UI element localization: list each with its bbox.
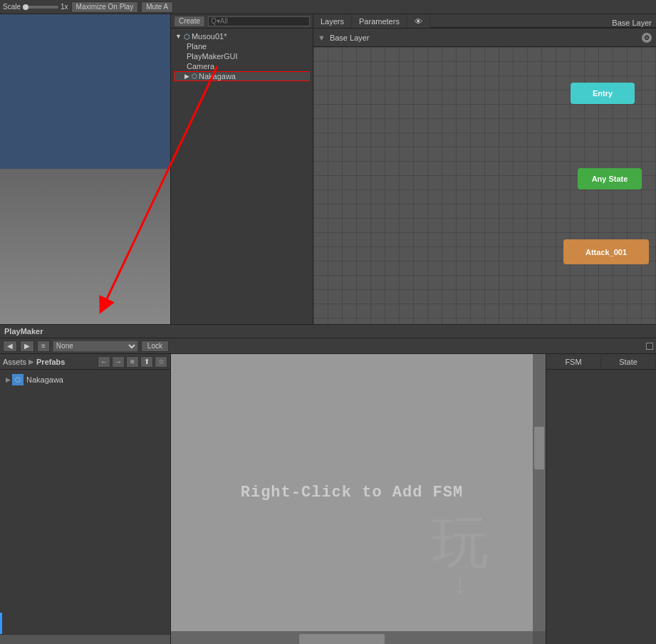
musou-label: Musou01* bbox=[192, 32, 227, 41]
playmaker-header: PlayMaker bbox=[0, 324, 656, 338]
pm-prev-button[interactable]: ◀ bbox=[3, 341, 17, 352]
asset-item-nakagawa[interactable]: ▶ ⬡ Nakagawa bbox=[3, 373, 167, 387]
scale-value: 1x bbox=[61, 3, 68, 11]
pm-add-fsm-message: Right-Click to Add FSM bbox=[241, 484, 463, 502]
animator-body: ▼ Base Layer ⚙ Entry Any State Attack_00… bbox=[313, 28, 656, 324]
animator-header: ▼ Base Layer ⚙ bbox=[313, 28, 656, 47]
breadcrumb: Assets ▶ Prefabs bbox=[3, 358, 96, 366]
assets-star-btn[interactable]: ☆ bbox=[155, 356, 167, 368]
state-node-anystate[interactable]: Any State bbox=[578, 168, 642, 189]
camera-label: Camera bbox=[187, 62, 214, 71]
assets-forward-btn[interactable]: → bbox=[112, 356, 125, 368]
state-node-attack[interactable]: Attack_001 bbox=[563, 239, 649, 264]
right-panel-tab-bar: FSM State bbox=[546, 354, 656, 370]
assets-panel: Assets ▶ Prefabs ← → ≡ ⬆ ☆ ▶ ⬡ Nakagawa bbox=[0, 354, 171, 644]
hierarchy-search[interactable] bbox=[208, 16, 310, 26]
playmaker-title: PlayMaker bbox=[4, 327, 43, 336]
pm-main-area[interactable]: Right-Click to Add FSM 玩 ↓ bbox=[171, 354, 546, 644]
assets-scrollbar[interactable] bbox=[0, 634, 170, 644]
pm-watermark: 玩 ↓ bbox=[432, 505, 489, 601]
pm-scrollbar-vertical[interactable] bbox=[533, 354, 546, 631]
breadcrumb-separator: ▶ bbox=[28, 358, 34, 365]
nakagawa-icon: ⬡ bbox=[192, 73, 197, 80]
pm-scrollbar-horizontal[interactable] bbox=[171, 631, 533, 644]
pm-scrollbar-thumb-v[interactable] bbox=[534, 427, 544, 469]
hierarchy-toolbar: Create bbox=[171, 14, 313, 28]
mute-button[interactable]: Mute A bbox=[141, 1, 173, 13]
breadcrumb-folder: Prefabs bbox=[36, 358, 65, 366]
right-panel-content bbox=[546, 370, 656, 644]
bottom-section: PlayMaker ◀ ▶ ≡ None Lock □ Assets ▶ Pre… bbox=[0, 324, 656, 644]
asset-nakagawa-label: Nakagawa bbox=[26, 375, 63, 384]
top-toolbar: Scale 1x Maximize On Play Mute A bbox=[0, 0, 656, 14]
plane-label: Plane bbox=[187, 42, 207, 51]
tab-state[interactable]: State bbox=[601, 354, 656, 369]
collapse-icon[interactable]: ▼ bbox=[318, 33, 326, 42]
expand-arrow-nakagawa: ▶ bbox=[184, 73, 189, 80]
scale-label: Scale 1x bbox=[3, 3, 68, 11]
tab-parameters[interactable]: Parameters bbox=[352, 14, 407, 28]
breadcrumb-root: Assets bbox=[3, 358, 26, 366]
assets-back-btn[interactable]: ← bbox=[98, 356, 110, 368]
pm-lock-button[interactable]: Lock bbox=[141, 341, 169, 352]
hierarchy-item-playmaker-gui[interactable]: PlayMakerGUI bbox=[174, 51, 310, 61]
state-node-entry[interactable]: Entry bbox=[571, 83, 635, 104]
pm-scrollbar-thumb-h[interactable] bbox=[299, 634, 385, 644]
hierarchy-content: ▼ ⬡ Musou01* Plane PlayMakerGUI Camera ▶… bbox=[171, 28, 313, 324]
asset-prefab-icon: ⬡ bbox=[12, 374, 24, 385]
unity-icon: ⬡ bbox=[184, 33, 190, 41]
nakagawa-hierarchy-label: Nakagawa bbox=[199, 72, 236, 80]
expand-arrow-musou: ▼ bbox=[175, 33, 182, 40]
maximize-on-play-button[interactable]: Maximize On Play bbox=[71, 1, 139, 13]
bottom-content: Assets ▶ Prefabs ← → ≡ ⬆ ☆ ▶ ⬡ Nakagawa bbox=[0, 354, 656, 644]
tab-layers[interactable]: Layers bbox=[313, 14, 352, 28]
pm-menu-button[interactable]: ≡ bbox=[37, 341, 50, 352]
hierarchy-item-camera[interactable]: Camera bbox=[174, 61, 310, 71]
animator-title: Base Layer bbox=[612, 19, 652, 27]
pm-scrollbar-corner bbox=[533, 631, 546, 644]
assets-content: ▶ ⬡ Nakagawa bbox=[0, 370, 170, 634]
hierarchy-item-nakagawa[interactable]: ▶ ⬡ Nakagawa bbox=[174, 71, 310, 81]
tab-fsm[interactable]: FSM bbox=[546, 354, 601, 369]
animator-panel: Layers Parameters 👁 Base Layer ▼ Base La… bbox=[313, 14, 656, 324]
asset-arrow: ▶ bbox=[6, 376, 11, 383]
selection-indicator bbox=[0, 613, 2, 634]
scale-slider[interactable] bbox=[23, 6, 58, 9]
hierarchy-item-musou[interactable]: ▼ ⬡ Musou01* bbox=[174, 31, 310, 41]
assets-toolbar: Assets ▶ Prefabs ← → ≡ ⬆ ☆ bbox=[0, 354, 170, 370]
pm-minimize-button[interactable]: □ bbox=[646, 343, 653, 350]
hierarchy-item-plane[interactable]: Plane bbox=[174, 41, 310, 51]
pm-next-button[interactable]: ▶ bbox=[20, 341, 34, 352]
layer-settings-icon[interactable]: ⚙ bbox=[642, 33, 652, 43]
animator-tab-bar: Layers Parameters 👁 Base Layer bbox=[313, 14, 656, 28]
playmaker-toolbar: ◀ ▶ ≡ None Lock □ bbox=[0, 338, 656, 354]
tab-eye[interactable]: 👁 bbox=[407, 14, 430, 28]
hierarchy-panel: Create ▼ ⬡ Musou01* Plane PlayMakerGUI C… bbox=[171, 14, 313, 324]
assets-up-btn[interactable]: ⬆ bbox=[140, 356, 153, 368]
create-button[interactable]: Create bbox=[174, 16, 205, 27]
assets-menu-btn[interactable]: ≡ bbox=[126, 356, 139, 368]
base-layer-label: Base Layer bbox=[330, 33, 370, 42]
main-top-area: Create ▼ ⬡ Musou01* Plane PlayMakerGUI C… bbox=[0, 14, 656, 324]
scene-view bbox=[0, 14, 171, 324]
right-panel: FSM State bbox=[546, 354, 656, 644]
pm-fsm-select[interactable]: None bbox=[53, 341, 138, 352]
playmaker-gui-label: PlayMakerGUI bbox=[187, 52, 238, 61]
